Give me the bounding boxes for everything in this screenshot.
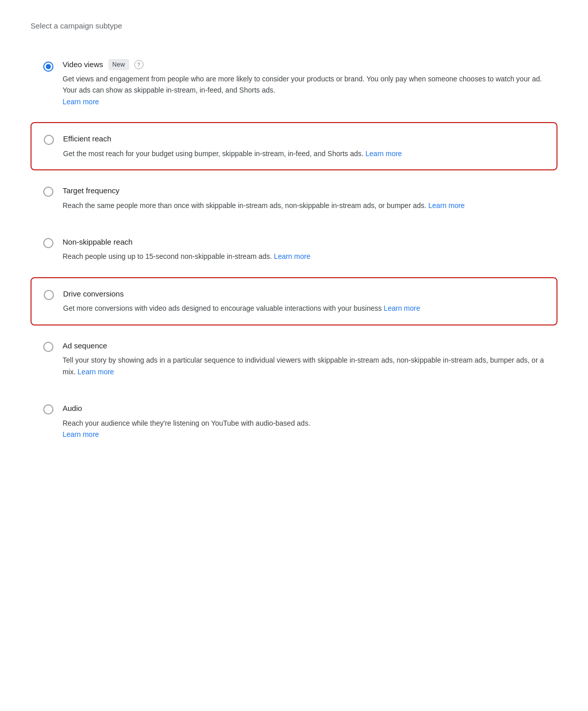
option-description-non-skippable-reach: Reach people using up to 15-second non-s…: [63, 251, 545, 262]
option-drive-conversions[interactable]: Drive conversions Get more conversions w…: [31, 277, 557, 325]
option-video-views[interactable]: Video views New ? Get views and engageme…: [31, 48, 557, 118]
radio-button-audio[interactable]: [43, 404, 53, 414]
option-description-video-views: Get views and engagement from people who…: [63, 73, 545, 107]
option-header-non-skippable-reach: Non-skippable reach: [63, 236, 545, 248]
option-header-video-views: Video views New ?: [63, 59, 545, 71]
radio-efficient-reach[interactable]: [44, 135, 54, 149]
option-description-drive-conversions: Get more conversions with video ads desi…: [63, 303, 544, 314]
option-content-ad-sequence: Ad sequence Tell your story by showing a…: [63, 340, 545, 377]
new-badge-video-views: New: [108, 59, 129, 70]
option-description-target-frequency: Reach the same people more than once wit…: [63, 200, 545, 211]
option-target-frequency[interactable]: Target frequency Reach the same people m…: [31, 174, 557, 222]
option-title-drive-conversions: Drive conversions: [63, 288, 124, 300]
learn-more-non-skippable-reach[interactable]: Learn more: [274, 252, 311, 260]
option-header-drive-conversions: Drive conversions: [63, 288, 544, 300]
radio-drive-conversions[interactable]: [44, 290, 54, 304]
radio-button-drive-conversions[interactable]: [44, 290, 54, 300]
option-content-audio: Audio Reach your audience while they're …: [63, 403, 545, 440]
option-non-skippable-reach[interactable]: Non-skippable reach Reach people using u…: [31, 226, 557, 273]
radio-target-frequency[interactable]: [43, 187, 53, 200]
radio-button-efficient-reach[interactable]: [44, 135, 54, 145]
option-title-video-views: Video views: [63, 59, 103, 71]
radio-button-target-frequency[interactable]: [43, 187, 53, 197]
campaign-subtype-options: Video views New ? Get views and engageme…: [31, 48, 557, 455]
learn-more-drive-conversions[interactable]: Learn more: [384, 304, 420, 312]
option-content-non-skippable-reach: Non-skippable reach Reach people using u…: [63, 236, 545, 262]
radio-button-video-views[interactable]: [43, 62, 53, 72]
option-title-ad-sequence: Ad sequence: [63, 340, 107, 352]
learn-more-audio[interactable]: Learn more: [63, 430, 99, 438]
learn-more-target-frequency[interactable]: Learn more: [428, 201, 465, 210]
option-audio[interactable]: Audio Reach your audience while they're …: [31, 392, 557, 451]
option-ad-sequence[interactable]: Ad sequence Tell your story by showing a…: [31, 330, 557, 388]
option-title-audio: Audio: [63, 403, 82, 414]
option-header-target-frequency: Target frequency: [63, 185, 545, 197]
radio-ad-sequence[interactable]: [43, 342, 53, 355]
option-header-ad-sequence: Ad sequence: [63, 340, 545, 352]
learn-more-video-views[interactable]: Learn more: [63, 98, 99, 106]
option-content-drive-conversions: Drive conversions Get more conversions w…: [63, 288, 544, 314]
learn-more-efficient-reach[interactable]: Learn more: [366, 150, 402, 158]
option-title-non-skippable-reach: Non-skippable reach: [63, 236, 133, 248]
option-header-audio: Audio: [63, 403, 545, 414]
option-title-target-frequency: Target frequency: [63, 185, 120, 197]
page-title: Select a campaign subtype: [31, 20, 557, 32]
radio-inner-video-views: [46, 64, 51, 69]
learn-more-ad-sequence[interactable]: Learn more: [78, 368, 114, 376]
radio-video-views[interactable]: [43, 61, 53, 73]
option-content-video-views: Video views New ? Get views and engageme…: [63, 59, 545, 108]
radio-button-ad-sequence[interactable]: [43, 342, 53, 352]
option-description-ad-sequence: Tell your story by showing ads in a part…: [63, 354, 545, 377]
option-header-efficient-reach: Efficient reach: [63, 133, 544, 145]
help-icon-video-views[interactable]: ?: [134, 60, 143, 69]
radio-non-skippable-reach[interactable]: [43, 238, 53, 252]
radio-audio[interactable]: [43, 404, 53, 418]
option-description-efficient-reach: Get the most reach for your budget using…: [63, 148, 544, 159]
option-title-efficient-reach: Efficient reach: [63, 133, 111, 145]
option-content-target-frequency: Target frequency Reach the same people m…: [63, 185, 545, 211]
option-description-audio: Reach your audience while they're listen…: [63, 418, 545, 440]
radio-button-non-skippable-reach[interactable]: [43, 238, 53, 248]
option-content-efficient-reach: Efficient reach Get the most reach for y…: [63, 133, 544, 159]
option-efficient-reach[interactable]: Efficient reach Get the most reach for y…: [31, 122, 557, 170]
